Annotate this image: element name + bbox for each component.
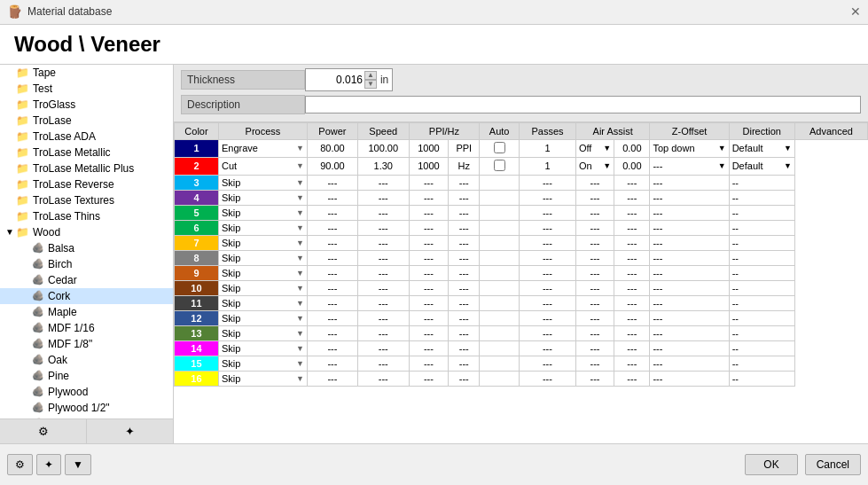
auto-cell[interactable] [480,235,520,250]
process-cell[interactable]: Skip ▼ [218,371,307,386]
color-cell[interactable]: 12 [175,310,219,325]
process-dropdown-arrow[interactable]: ▼ [296,344,304,353]
z-offset-cell[interactable]: --- [614,265,650,280]
ppihz-cell[interactable]: --- [409,371,449,386]
air-assist-cell[interactable]: --- [575,220,614,235]
process-dropdown-arrow[interactable]: ▼ [296,359,304,368]
power-cell[interactable]: --- [307,280,357,295]
air-assist-cell[interactable]: --- [575,371,614,386]
process-cell[interactable]: Skip ▼ [218,325,307,340]
ppihz-cell[interactable]: --- [409,190,449,205]
auto-cell[interactable] [480,250,520,265]
advanced-cell[interactable]: -- [729,235,794,250]
auto-cell[interactable] [480,157,520,175]
advanced-arrow[interactable]: ▼ [784,144,792,153]
direction-cell[interactable]: --- [650,175,729,190]
auto-cell[interactable] [480,139,520,157]
air-assist-cell[interactable]: --- [575,175,614,190]
passes-cell[interactable]: --- [520,280,576,295]
z-offset-cell[interactable]: --- [614,235,650,250]
process-dropdown-arrow[interactable]: ▼ [296,178,304,187]
sidebar-item-balsa[interactable]: 🪨 Balsa [0,240,173,256]
speed-cell[interactable]: --- [357,310,409,325]
z-offset-cell[interactable]: --- [614,190,650,205]
process-cell[interactable]: Skip ▼ [218,340,307,356]
ppihz-cell[interactable]: --- [409,295,449,310]
passes-cell[interactable]: 1 [520,139,576,157]
advanced-cell[interactable]: -- [729,280,794,295]
auto-checkbox[interactable] [494,142,505,153]
passes-cell[interactable]: --- [520,220,576,235]
sidebar-item-wood[interactable]: ▼ 📁 Wood [0,224,173,240]
color-cell[interactable]: 14 [175,340,219,356]
process-dropdown-arrow[interactable]: ▼ [296,144,304,153]
advanced-cell[interactable]: -- [729,175,794,190]
direction-cell[interactable]: --- [650,220,729,235]
power-cell[interactable]: 90.00 [307,157,357,175]
auto-cell[interactable] [480,205,520,220]
sidebar-item-trolase[interactable]: 📁 TroLase [0,113,173,129]
table-area[interactable]: Color Process Power Speed PPI/Hz Auto Pa… [174,122,868,443]
air-assist-cell[interactable]: --- [575,325,614,340]
speed-cell[interactable]: --- [357,235,409,250]
passes-cell[interactable]: --- [520,356,576,371]
direction-cell[interactable]: --- [650,310,729,325]
ppihz-cell[interactable]: --- [409,175,449,190]
air-assist-cell[interactable]: Off▼ [575,139,614,157]
color-cell[interactable]: 15 [175,356,219,371]
ppihz-cell[interactable]: --- [409,235,449,250]
direction-cell[interactable]: --- [650,265,729,280]
sidebar-item-birch[interactable]: 🪨 Birch [0,256,173,272]
speed-cell[interactable]: --- [357,340,409,356]
direction-cell[interactable]: --- [650,190,729,205]
power-cell[interactable]: --- [307,175,357,190]
sidebar-item-trolase-ada[interactable]: 📁 TroLase ADA [0,129,173,145]
process-cell[interactable]: Skip ▼ [218,220,307,235]
sidebar-item-trolase-metallic-plus[interactable]: 📁 TroLase Metallic Plus [0,160,173,176]
passes-cell[interactable]: --- [520,235,576,250]
process-cell[interactable]: Skip ▼ [218,175,307,190]
passes-cell[interactable]: --- [520,175,576,190]
bottom-dropdown-button[interactable]: ▼ [65,454,91,475]
speed-cell[interactable]: --- [357,265,409,280]
z-offset-cell[interactable]: --- [614,325,650,340]
direction-cell[interactable]: --- [650,235,729,250]
passes-cell[interactable]: --- [520,205,576,220]
auto-cell[interactable] [480,325,520,340]
process-cell[interactable]: Skip ▼ [218,310,307,325]
bottom-add-button[interactable]: ✦ [36,454,61,475]
sidebar-item-trolase-thins[interactable]: 📁 TroLase Thins [0,208,173,224]
direction-cell[interactable]: ---▼ [650,157,729,175]
z-offset-cell[interactable]: --- [614,175,650,190]
color-cell[interactable]: 6 [175,220,219,235]
z-offset-cell[interactable]: --- [614,220,650,235]
power-cell[interactable]: 80.00 [307,139,357,157]
sidebar-settings-button[interactable]: ⚙ [0,419,87,443]
direction-cell[interactable]: --- [650,340,729,356]
speed-cell[interactable]: 1.30 [357,157,409,175]
power-cell[interactable]: --- [307,371,357,386]
color-cell[interactable]: 1 [175,139,219,157]
direction-cell[interactable]: --- [650,280,729,295]
advanced-cell[interactable]: -- [729,250,794,265]
color-cell[interactable]: 16 [175,371,219,386]
close-button[interactable]: ✕ [850,4,861,19]
air-assist-arrow[interactable]: ▼ [603,144,611,153]
process-cell[interactable]: Skip ▼ [218,265,307,280]
passes-cell[interactable]: --- [520,340,576,356]
power-cell[interactable]: --- [307,310,357,325]
process-dropdown-arrow[interactable]: ▼ [296,269,304,278]
speed-cell[interactable]: --- [357,220,409,235]
direction-cell[interactable]: --- [650,325,729,340]
ppihz-cell[interactable]: --- [409,265,449,280]
sidebar-item-oak[interactable]: 🪨 Oak [0,352,173,368]
direction-cell[interactable]: --- [650,250,729,265]
advanced-cell[interactable]: -- [729,190,794,205]
auto-cell[interactable] [480,220,520,235]
cancel-button[interactable]: Cancel [805,454,861,475]
process-cell[interactable]: Skip ▼ [218,295,307,310]
z-offset-cell[interactable]: --- [614,205,650,220]
z-offset-cell[interactable]: --- [614,310,650,325]
advanced-cell[interactable]: -- [729,310,794,325]
direction-arrow[interactable]: ▼ [718,144,726,153]
